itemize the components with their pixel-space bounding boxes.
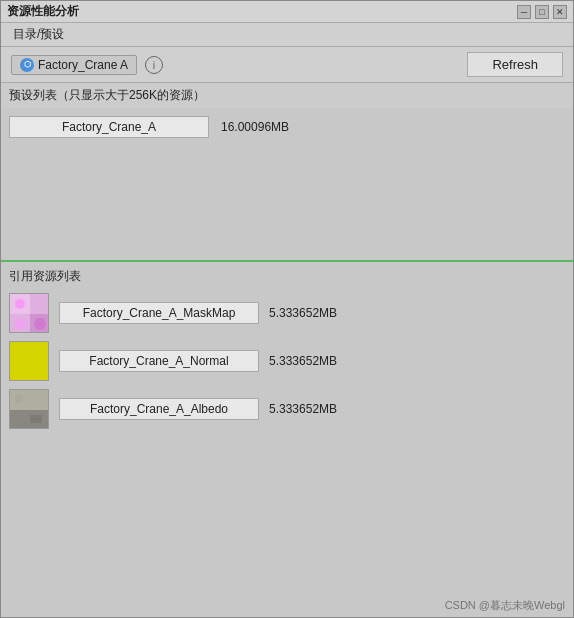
- thumbnail-albedo: [9, 389, 49, 429]
- preset-tag-label: Factory_Crane A: [38, 58, 128, 72]
- svg-point-4: [34, 318, 46, 330]
- footer-area: CSDN @暮志未晚Webgl: [1, 441, 573, 618]
- ref-resource-size-0: 5.333652MB: [269, 306, 337, 320]
- toolbar: ⬡ Factory_Crane A i Refresh: [1, 47, 573, 83]
- referenced-item-1: Factory_Crane_A_Normal 5.333652MB: [1, 337, 573, 385]
- svg-rect-7: [10, 342, 49, 381]
- svg-rect-10: [10, 410, 49, 429]
- preset-resource-size: 16.00096MB: [221, 120, 289, 134]
- window-title: 资源性能分析: [7, 3, 79, 20]
- window-controls: ─ □ ✕: [517, 5, 567, 19]
- preset-resource-name[interactable]: Factory_Crane_A: [9, 116, 209, 138]
- ref-resource-name-0[interactable]: Factory_Crane_A_MaskMap: [59, 302, 259, 324]
- preset-list-content: Factory_Crane_A 16.00096MB: [1, 108, 573, 260]
- svg-rect-11: [15, 395, 23, 403]
- svg-point-3: [15, 299, 25, 309]
- main-window: 资源性能分析 ─ □ ✕ 目录/预设 ⬡ Factory_Crane A i R…: [0, 0, 574, 618]
- ref-resource-size-1: 5.333652MB: [269, 354, 337, 368]
- svg-rect-12: [30, 415, 42, 423]
- ref-resource-name-1[interactable]: Factory_Crane_A_Normal: [59, 350, 259, 372]
- menu-bar: 目录/预设: [1, 23, 573, 47]
- svg-rect-5: [15, 319, 25, 329]
- preset-icon: ⬡: [20, 58, 34, 72]
- preset-tag[interactable]: ⬡ Factory_Crane A: [11, 55, 137, 75]
- referenced-item-0: Factory_Crane_A_MaskMap 5.333652MB: [1, 289, 573, 337]
- ref-resource-name-2[interactable]: Factory_Crane_A_Albedo: [59, 398, 259, 420]
- referenced-item-2: Factory_Crane_A_Albedo 5.333652MB: [1, 385, 573, 433]
- close-button[interactable]: ✕: [553, 5, 567, 19]
- preset-resource-row: Factory_Crane_A 16.00096MB: [9, 116, 565, 138]
- restore-button[interactable]: □: [535, 5, 549, 19]
- menu-item-directory[interactable]: 目录/预设: [9, 24, 68, 45]
- preset-list-section: 预设列表（只显示大于256K的资源） Factory_Crane_A 16.00…: [1, 83, 573, 262]
- watermark: CSDN @暮志未晚Webgl: [445, 598, 565, 613]
- referenced-header: 引用资源列表: [1, 262, 573, 289]
- refresh-button[interactable]: Refresh: [467, 52, 563, 77]
- minimize-button[interactable]: ─: [517, 5, 531, 19]
- preset-icon-symbol: ⬡: [24, 60, 31, 69]
- preset-list-header: 预设列表（只显示大于256K的资源）: [1, 83, 573, 108]
- thumbnail-maskmap: [9, 293, 49, 333]
- thumbnail-normal: [9, 341, 49, 381]
- referenced-section: 引用资源列表 Factory_Crane_A_MaskMap 5.333652M…: [1, 262, 573, 441]
- ref-resource-size-2: 5.333652MB: [269, 402, 337, 416]
- title-bar: 资源性能分析 ─ □ ✕: [1, 1, 573, 23]
- info-icon[interactable]: i: [145, 56, 163, 74]
